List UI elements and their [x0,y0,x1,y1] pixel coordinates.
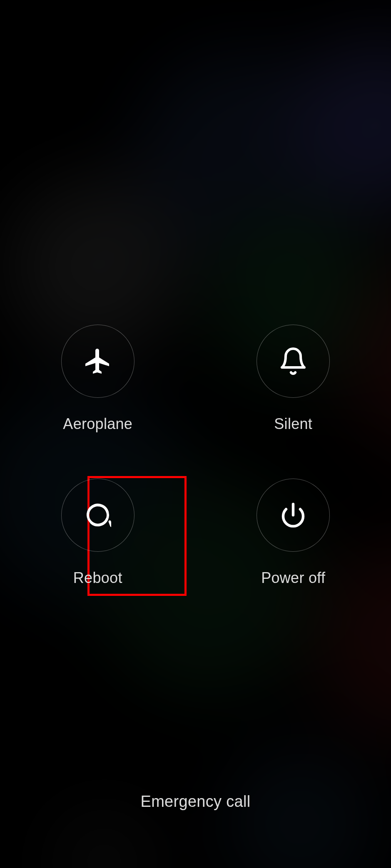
silent-button[interactable]: Silent [257,325,330,433]
reboot-button[interactable]: Reboot [61,479,134,587]
reboot-label: Reboot [73,569,122,587]
poweroff-circle [257,479,330,552]
power-icon [280,502,306,528]
emergency-call-button[interactable]: Emergency call [0,793,391,811]
aeroplane-label: Aeroplane [63,415,132,433]
poweroff-button[interactable]: Power off [257,479,330,587]
airplane-icon [83,346,113,376]
aeroplane-button[interactable]: Aeroplane [61,325,134,433]
reboot-circle [61,479,134,552]
aeroplane-circle [61,325,134,398]
reboot-icon [85,502,111,528]
bell-icon [278,346,308,376]
power-menu-grid: Aeroplane Silent Reboo [0,325,391,587]
silent-circle [257,325,330,398]
poweroff-label: Power off [261,569,325,587]
silent-label: Silent [274,415,312,433]
